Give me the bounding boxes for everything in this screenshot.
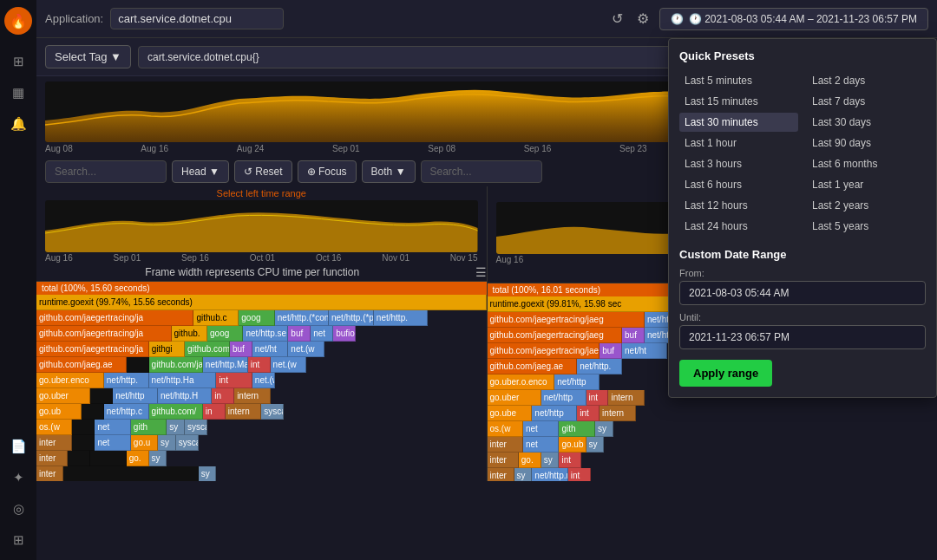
flame-block[interactable]: net [95, 435, 130, 451]
flame-block[interactable]: sy [586, 437, 605, 453]
flame-block[interactable] [72, 420, 95, 435]
flame-block[interactable]: net/http. [577, 359, 622, 374]
flame-block[interactable]: int [559, 453, 581, 468]
flame-block[interactable] [82, 404, 104, 420]
flame-block[interactable] [68, 451, 90, 466]
focus-button[interactable]: ⊕ Focus [298, 160, 357, 183]
flame-menu-icon-left[interactable]: ☰ [475, 265, 487, 279]
both-button[interactable]: Both ▼ [362, 160, 416, 183]
flame-block[interactable]: go. [519, 453, 541, 468]
flame-block[interactable]: net/http [532, 406, 577, 421]
flame-block[interactable]: os.(w [488, 421, 523, 437]
flame-block[interactable]: sysca [261, 404, 284, 420]
flame-block[interactable]: github.com/jaegertracing/jaeg [488, 328, 623, 343]
sidebar-slack-icon[interactable]: ✦ [5, 465, 31, 491]
flame-block[interactable]: github. [172, 326, 207, 342]
preset-last-15-min[interactable]: Last 15 minutes [679, 92, 798, 111]
flame-block[interactable]: intern [600, 406, 635, 421]
flame-block[interactable]: inter [36, 451, 68, 466]
flame-block[interactable]: net/http. [104, 373, 149, 388]
flame-block[interactable]: net/http.m [532, 468, 567, 481]
flame-block[interactable]: net/http [541, 390, 586, 406]
flame-block[interactable]: github.com/ [185, 342, 230, 357]
preset-last-3-hours[interactable]: Last 3 hours [679, 154, 798, 173]
flame-block[interactable]: net/http.se [243, 326, 288, 342]
flame-block[interactable]: github.c [193, 310, 239, 326]
flame-block[interactable]: go.uber [488, 390, 541, 406]
flame-block[interactable]: github.com/jaegertracing/ja [36, 342, 149, 357]
flame-block[interactable] [90, 451, 126, 466]
search-input-left[interactable] [45, 160, 167, 183]
flame-block[interactable]: net/http.H [158, 388, 212, 404]
preset-last-7-days[interactable]: Last 7 days [807, 92, 926, 111]
flame-block[interactable]: gith [559, 421, 594, 437]
preset-last-5-years[interactable]: Last 5 years [807, 217, 926, 236]
flame-block[interactable] [72, 435, 95, 451]
flame-block[interactable]: sy [595, 421, 613, 437]
flame-block[interactable]: net/http.Ha [149, 373, 217, 388]
flame-block[interactable]: os.(w [36, 420, 72, 435]
flame-block[interactable]: githgi [149, 342, 185, 357]
flame-block[interactable]: goog [239, 310, 274, 326]
preset-last-2-days[interactable]: Last 2 days [807, 71, 926, 90]
flame-block[interactable]: net [523, 421, 559, 437]
flame-block[interactable]: buf [600, 343, 622, 359]
flame-block[interactable]: go.uber [36, 388, 90, 404]
flame-block[interactable]: inter [488, 453, 519, 468]
flame-block[interactable]: net/http.(*pe [329, 310, 374, 326]
sidebar-file-icon[interactable]: 📄 [5, 433, 31, 459]
flame-block[interactable]: net/http [113, 388, 158, 404]
flame-block[interactable]: sysca [176, 435, 199, 451]
preset-last-90-days[interactable]: Last 90 days [807, 133, 926, 153]
flame-block[interactable]: net.(w [252, 373, 275, 388]
preset-last-6-hours[interactable]: Last 6 hours [679, 175, 798, 194]
flame-block[interactable]: inter [488, 468, 514, 481]
flame-block[interactable]: net/http.Ma [203, 357, 248, 373]
preset-last-6-months[interactable]: Last 6 months [807, 154, 926, 173]
flame-block[interactable]: github.com/jaeg.ae [36, 357, 127, 373]
flame-block[interactable] [127, 357, 149, 373]
flame-block[interactable]: gith [131, 420, 167, 435]
flame-block[interactable]: net/ht [252, 342, 288, 357]
flame-block[interactable]: goog [207, 326, 243, 342]
preset-last-12-hours[interactable]: Last 12 hours [679, 196, 798, 215]
sidebar-barchart-icon[interactable]: ▦ [5, 80, 31, 106]
flame-block[interactable]: buf [288, 326, 311, 342]
flame-block[interactable]: github.com/jaeg [149, 357, 203, 373]
apply-range-button[interactable]: Apply range [679, 360, 772, 387]
flame-block[interactable]: go.ub [559, 437, 586, 453]
flame-block[interactable]: intern [226, 404, 261, 420]
flame-block[interactable]: sysca [185, 420, 207, 435]
flame-block[interactable]: int [568, 468, 591, 481]
flame-block[interactable]: net/http.(*conn [275, 310, 329, 326]
flame-block[interactable]: intern [608, 390, 644, 406]
flame-block[interactable]: go. [127, 451, 149, 466]
flamegraph-left[interactable]: total (100%, 15.60 seconds) runtime.goex… [36, 282, 487, 481]
flame-block[interactable]: github.com/jaegertracing/jaeg [488, 343, 600, 359]
flame-block[interactable]: sy [514, 468, 533, 481]
mini-chart-left[interactable] [45, 200, 478, 252]
select-tag-button[interactable]: Select Tag ▼ [45, 45, 131, 68]
flame-block[interactable] [90, 388, 113, 404]
preset-last-30-min[interactable]: Last 30 minutes [679, 113, 798, 132]
from-input[interactable] [679, 281, 926, 305]
flame-block[interactable]: sy [158, 435, 176, 451]
flame-block[interactable]: net/http.c [104, 404, 149, 420]
flame-block[interactable]: bufio. [333, 326, 356, 342]
flame-block[interactable]: go.uber.enco [36, 373, 104, 388]
sidebar-grid-icon[interactable]: ⊞ [5, 49, 31, 75]
preset-last-24-hours[interactable]: Last 24 hours [679, 217, 798, 236]
preset-last-1-year[interactable]: Last 1 year [807, 175, 926, 194]
flame-block[interactable]: sy [149, 451, 167, 466]
search-input-right[interactable] [421, 160, 542, 183]
flame-block[interactable]: in [203, 404, 226, 420]
flame-block[interactable]: buf [230, 342, 252, 357]
refresh-icon[interactable]: ↺ [608, 7, 626, 30]
preset-last-1-hour[interactable]: Last 1 hour [679, 133, 798, 153]
flame-row-goexit-left[interactable]: runtime.goexit (99.74%, 15.56 seconds) [36, 295, 487, 310]
flame-block[interactable]: net/http [554, 374, 600, 390]
flame-block[interactable]: int [586, 390, 609, 406]
flame-block[interactable]: int [248, 357, 271, 373]
flame-block[interactable]: net [523, 437, 559, 453]
flame-block[interactable]: go.ube [488, 406, 533, 421]
